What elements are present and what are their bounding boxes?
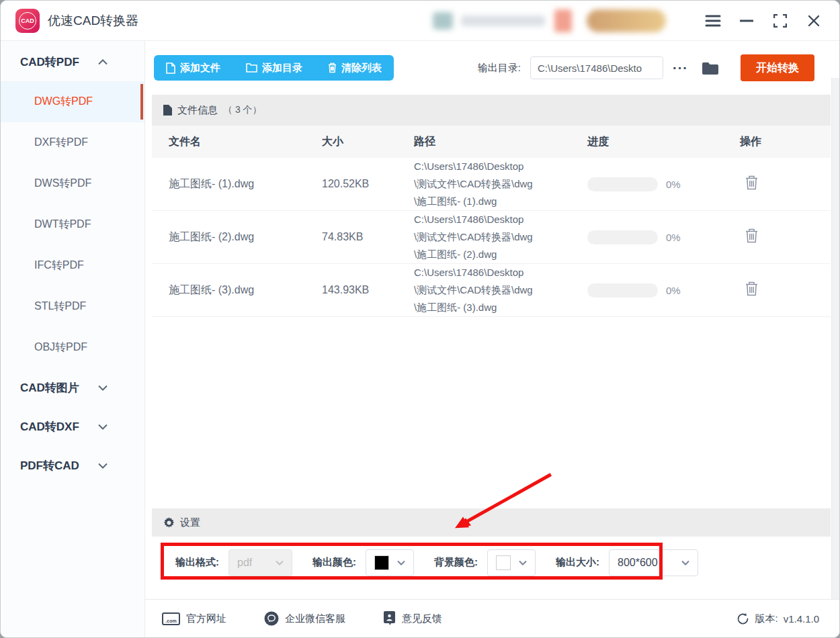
col-action: 操作 — [740, 135, 831, 149]
path-line: C:\Users\17486\Desktop — [414, 264, 587, 281]
sidebar-section-cad-to-pdf[interactable]: CAD转PDF — [1, 42, 144, 81]
file-panel: 文件信息 （ 3 个） 文件名 大小 路径 进度 操作 施工图纸- (1).dw… — [145, 95, 839, 599]
settings-strip: 设置 — [152, 508, 831, 537]
sidebar-section-cad-to-image[interactable]: CAD转图片 — [1, 368, 144, 407]
minimize-button[interactable] — [737, 11, 756, 30]
path-line: \施工图纸- (2).dwg — [414, 246, 587, 263]
close-button[interactable] — [804, 11, 823, 30]
trash-icon — [328, 62, 337, 73]
sidebar-item-label: DWG转PDF — [34, 95, 93, 109]
sidebar-item-label: STL转PDF — [34, 300, 86, 314]
output-color-swatch — [374, 555, 389, 570]
delete-row-button[interactable] — [745, 281, 758, 296]
chevron-down-icon — [276, 560, 284, 565]
minimize-icon — [740, 19, 753, 22]
col-filename: 文件名 — [169, 135, 322, 149]
file-count: （ 3 个） — [223, 104, 262, 116]
path-line: \测试文件\CAD转换器\dwg — [414, 281, 587, 299]
menu-button[interactable] — [704, 11, 722, 30]
sidebar-item-label: OBJ转PDF — [34, 340, 87, 355]
progress-percent: 0% — [666, 232, 681, 243]
clear-list-label: 清除列表 — [341, 62, 382, 75]
sidebar-item-label: DWT转PDF — [34, 218, 91, 232]
chevron-down-icon — [397, 560, 405, 565]
output-format-select[interactable]: pdf — [228, 549, 292, 576]
output-size-value: 800*600 — [618, 557, 658, 569]
output-size-select[interactable]: 800*600 — [609, 549, 698, 576]
progress-percent: 0% — [666, 179, 681, 190]
sidebar-section-pdf-to-cad[interactable]: PDF转CAD — [1, 446, 144, 485]
trash-icon — [745, 281, 758, 296]
com-icon: .com — [162, 612, 180, 625]
delete-row-button[interactable] — [745, 228, 758, 243]
redacted-vip-button — [587, 9, 666, 32]
chevron-down-icon — [98, 385, 108, 391]
path-line: \测试文件\CAD转换器\dwg — [414, 175, 587, 193]
file-size: 143.93KB — [322, 284, 414, 296]
redacted-username — [461, 15, 545, 26]
chat-icon — [264, 611, 279, 626]
progress-cell: 0% — [587, 230, 740, 244]
progress-cell: 0% — [587, 283, 740, 298]
chevron-down-icon — [519, 560, 527, 565]
sidebar-item-obj-to-pdf[interactable]: OBJ转PDF — [1, 327, 144, 368]
sidebar-item-ifc-to-pdf[interactable]: IFC转PDF — [1, 245, 144, 286]
open-output-folder-button[interactable] — [702, 61, 719, 75]
titlebar: CAD 优速CAD转换器 — [1, 1, 839, 41]
bg-color-swatch — [496, 555, 511, 570]
add-file-button[interactable]: 添加文件 — [165, 62, 222, 75]
file-path: C:\Users\17486\Desktop \测试文件\CAD转换器\dwg … — [414, 211, 587, 263]
folder-icon — [702, 61, 719, 75]
sidebar-section-label: CAD转PDF — [20, 54, 79, 70]
table-row: 施工图纸- (2).dwg 74.83KB C:\Users\17486\Des… — [152, 211, 831, 264]
progress-percent: 0% — [666, 285, 681, 296]
official-site-link[interactable]: .com 官方网址 — [162, 612, 226, 625]
table-header: 文件名 大小 路径 进度 操作 — [152, 126, 831, 158]
col-progress: 进度 — [587, 135, 740, 149]
feedback-icon — [383, 611, 396, 626]
action-cell — [740, 175, 831, 193]
maximize-button[interactable] — [771, 11, 790, 30]
browse-ellipsis-button[interactable]: ··· — [673, 64, 688, 71]
output-dir-cluster: 输出目录: ··· 开始转换 — [478, 54, 814, 81]
chevron-down-icon — [98, 463, 108, 469]
start-convert-button[interactable]: 开始转换 — [741, 54, 814, 81]
sidebar-item-stl-to-pdf[interactable]: STL转PDF — [1, 286, 144, 327]
version-check[interactable]: 版本: v1.4.1.0 — [737, 612, 819, 625]
progress-bar — [587, 283, 658, 298]
file-size: 74.83KB — [322, 231, 414, 243]
avatar — [433, 12, 453, 30]
sidebar-item-dxf-to-pdf[interactable]: DXF转PDF — [1, 122, 144, 163]
output-color-select[interactable] — [366, 549, 414, 576]
sidebar-item-label: DWS转PDF — [34, 177, 91, 191]
table-row: 施工图纸- (3).dwg 143.93KB C:\Users\17486\De… — [152, 264, 831, 317]
bg-color-select[interactable] — [487, 549, 536, 576]
file-name: 施工图纸- (3).dwg — [169, 283, 322, 298]
sidebar-section-cad-to-dxf[interactable]: CAD转DXF — [1, 407, 144, 446]
wechat-support-link[interactable]: 企业微信客服 — [264, 611, 345, 626]
add-directory-button[interactable]: 添加目录 — [245, 62, 304, 75]
close-icon — [808, 15, 820, 27]
file-info-strip: 文件信息 （ 3 个） — [152, 95, 831, 126]
col-path: 路径 — [414, 135, 587, 149]
sidebar: CAD转PDF DWG转PDF DXF转PDF DWS转PDF DWT转PDF … — [1, 41, 145, 637]
sidebar-section-label: CAD转DXF — [20, 419, 79, 435]
app-logo-icon: CAD — [15, 9, 40, 33]
clear-list-button[interactable]: 清除列表 — [327, 62, 383, 75]
scrollbar-track[interactable] — [831, 78, 839, 599]
feedback-link[interactable]: 意见反馈 — [383, 611, 442, 626]
sidebar-section-label: CAD转图片 — [20, 380, 79, 396]
redacted-user-info — [433, 9, 666, 32]
hamburger-icon — [705, 15, 721, 27]
progress-bar — [587, 230, 658, 244]
wechat-support-label: 企业微信客服 — [285, 612, 345, 625]
add-file-label: 添加文件 — [180, 62, 220, 75]
sidebar-item-dwt-to-pdf[interactable]: DWT转PDF — [1, 204, 144, 245]
output-dir-input[interactable] — [530, 56, 663, 79]
gear-icon — [163, 517, 175, 529]
output-dir-label: 输出目录: — [478, 62, 521, 75]
app-logo-text: CAD — [19, 12, 36, 30]
delete-row-button[interactable] — [745, 175, 758, 190]
sidebar-item-dws-to-pdf[interactable]: DWS转PDF — [1, 163, 144, 204]
sidebar-item-dwg-to-pdf[interactable]: DWG转PDF — [1, 81, 144, 122]
